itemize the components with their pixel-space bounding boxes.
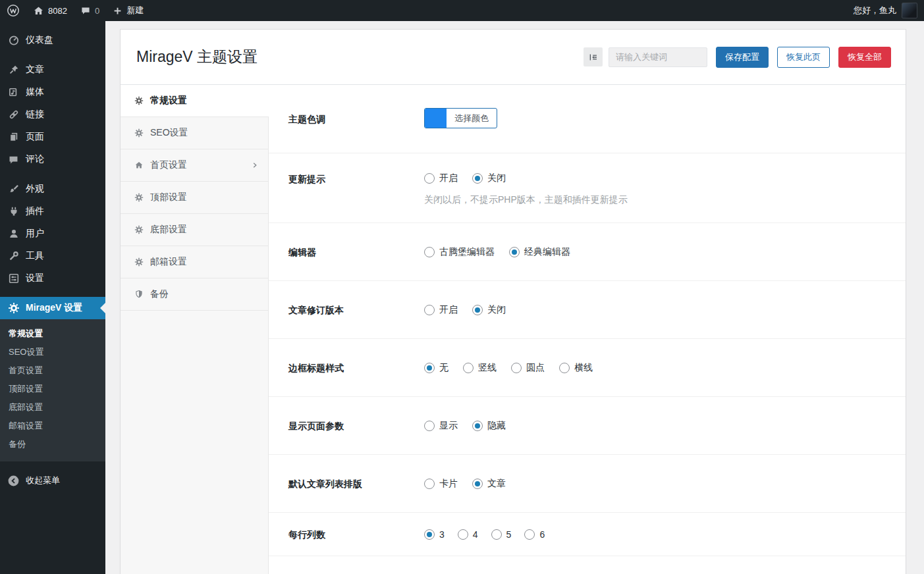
- sidebar-item-dashboard[interactable]: 仪表盘: [0, 29, 105, 51]
- sidebar-item-comments[interactable]: 评论: [0, 148, 105, 170]
- tab-header[interactable]: 顶部设置: [121, 182, 268, 214]
- setting-row-update-notice: 更新提示 开启 关闭 关闭以后，不提示PHP版本，主题和插件更新提示: [269, 153, 906, 223]
- tab-footer[interactable]: 底部设置: [121, 214, 268, 246]
- submenu-item-mail[interactable]: 邮箱设置: [0, 417, 105, 435]
- radio-icon[interactable]: [458, 529, 468, 540]
- radio-icon[interactable]: [424, 305, 435, 315]
- radio-option[interactable]: 古腾堡编辑器: [424, 246, 495, 258]
- radio-label: 关闭: [487, 172, 506, 184]
- tab-general[interactable]: 常规设置: [121, 85, 269, 117]
- radio-icon[interactable]: [472, 421, 483, 431]
- submenu-item-homepage[interactable]: 首页设置: [0, 361, 105, 380]
- tab-seo[interactable]: SEO设置: [121, 117, 268, 149]
- submenu-item-general[interactable]: 常规设置: [0, 325, 105, 343]
- sidebar-item-miragev-settings[interactable]: MirageV 设置: [0, 297, 105, 319]
- radio-option[interactable]: 文章: [472, 478, 506, 490]
- setting-label: 更新提示: [288, 172, 424, 186]
- submenu-item-seo[interactable]: SEO设置: [0, 343, 105, 361]
- radio-option[interactable]: 开启: [424, 304, 458, 316]
- radio-icon[interactable]: [472, 305, 483, 315]
- radio-option[interactable]: 圆点: [511, 362, 545, 374]
- tab-label: 常规设置: [150, 95, 187, 107]
- search-input[interactable]: [609, 47, 707, 67]
- tab-label: 顶部设置: [150, 192, 187, 203]
- radio-icon[interactable]: [511, 363, 522, 373]
- tab-homepage[interactable]: 首页设置: [121, 149, 268, 182]
- radio-icon[interactable]: [424, 363, 435, 373]
- restore-all-button[interactable]: 恢复全部: [838, 47, 891, 68]
- radio-option[interactable]: 无: [424, 362, 448, 374]
- sidebar-item-label: 文章: [26, 64, 44, 76]
- radio-icon[interactable]: [424, 421, 435, 431]
- setting-label: 默认文章列表排版: [288, 477, 424, 490]
- radio-label: 6: [539, 529, 545, 540]
- submenu-item-backup[interactable]: 备份: [0, 435, 105, 454]
- radio-icon[interactable]: [559, 363, 570, 373]
- save-button[interactable]: 保存配置: [716, 47, 769, 68]
- radio-icon[interactable]: [491, 529, 502, 540]
- radio-option[interactable]: 经典编辑器: [509, 246, 570, 258]
- color-picker-button[interactable]: 选择颜色: [424, 108, 497, 128]
- radio-icon[interactable]: [472, 173, 483, 184]
- radio-icon[interactable]: [424, 173, 435, 184]
- tab-mail[interactable]: 邮箱设置: [121, 246, 268, 278]
- site-link[interactable]: 8082: [26, 0, 74, 21]
- gear-icon: [8, 302, 20, 314]
- radio-option[interactable]: 卡片: [424, 478, 458, 490]
- wordpress-menu[interactable]: [0, 0, 26, 21]
- radio-option[interactable]: 横线: [559, 362, 593, 374]
- radio-icon[interactable]: [472, 479, 483, 489]
- link-icon: [8, 109, 20, 120]
- radio-option[interactable]: 开启: [424, 172, 458, 184]
- radio-option[interactable]: 3: [424, 529, 445, 540]
- radio-label: 显示: [439, 420, 458, 432]
- radio-label: 隐藏: [487, 420, 506, 432]
- radio-option[interactable]: 关闭: [472, 172, 506, 184]
- radio-icon[interactable]: [424, 247, 435, 257]
- tab-backup[interactable]: 备份: [121, 278, 268, 311]
- panel-header: MirageV 主题设置 保存配置 恢复此页 恢复全部: [121, 30, 906, 85]
- radio-icon[interactable]: [524, 529, 535, 540]
- collapse-menu-button[interactable]: 收起菜单: [0, 469, 105, 492]
- submenu-item-header[interactable]: 顶部设置: [0, 380, 105, 398]
- avatar[interactable]: [902, 3, 917, 18]
- sidebar-item-media[interactable]: 媒体: [0, 81, 105, 103]
- radio-icon[interactable]: [424, 529, 435, 540]
- sidebar-item-posts[interactable]: 文章: [0, 59, 105, 81]
- radio-label: 关闭: [487, 304, 506, 316]
- setting-label: 文章修订版本: [288, 303, 424, 317]
- radio-icon[interactable]: [509, 247, 520, 257]
- radio-option[interactable]: 竖线: [463, 362, 497, 374]
- gear-icon: [134, 128, 144, 138]
- comments-shortcut[interactable]: 0: [74, 0, 106, 21]
- sidebar-item-plugins[interactable]: 插件: [0, 200, 105, 222]
- gear-icon: [134, 193, 144, 202]
- sidebar-item-links[interactable]: 链接: [0, 103, 105, 126]
- radio-icon[interactable]: [463, 363, 474, 373]
- setting-row-theme-color: 主题色调 选择颜色: [269, 85, 906, 153]
- outdent-icon[interactable]: [584, 47, 603, 66]
- sidebar-item-pages[interactable]: 页面: [0, 126, 105, 148]
- radio-option[interactable]: 5: [491, 529, 512, 540]
- sidebar-item-users[interactable]: 用户: [0, 222, 105, 245]
- brush-icon: [8, 183, 20, 195]
- tab-label: 底部设置: [150, 224, 187, 236]
- radio-label: 5: [506, 529, 512, 540]
- sidebar-item-settings[interactable]: 设置: [0, 267, 105, 290]
- new-content-button[interactable]: 新建: [106, 0, 150, 21]
- home-icon: [134, 161, 144, 170]
- setting-label: 编辑器: [288, 246, 424, 259]
- radio-option[interactable]: 显示: [424, 420, 458, 432]
- radio-option[interactable]: 6: [524, 529, 545, 540]
- setting-row-revisions: 文章修订版本 开启 关闭: [269, 281, 906, 339]
- radio-option[interactable]: 关闭: [472, 304, 506, 316]
- sidebar-item-appearance[interactable]: 外观: [0, 178, 105, 200]
- radio-option[interactable]: 4: [458, 529, 478, 540]
- setting-row-columns-per-row: 每行列数 3 4 5: [269, 513, 906, 556]
- radio-option[interactable]: 隐藏: [472, 420, 506, 432]
- submenu-item-footer[interactable]: 底部设置: [0, 398, 105, 417]
- radio-icon[interactable]: [424, 479, 435, 489]
- restore-page-button[interactable]: 恢复此页: [777, 47, 830, 68]
- sidebar-item-tools[interactable]: 工具: [0, 245, 105, 267]
- user-greeting[interactable]: 您好，鱼丸: [854, 5, 896, 16]
